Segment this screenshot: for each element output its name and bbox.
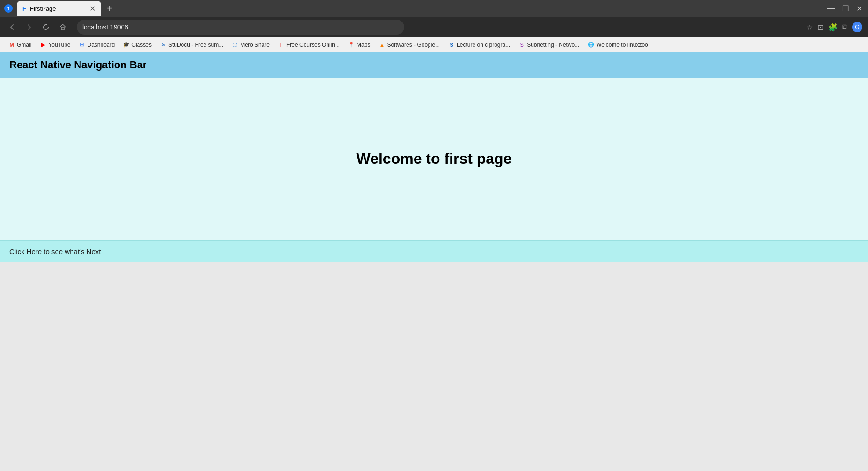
bookmark-label: Dashboard (88, 42, 115, 48)
bookmark-classes[interactable]: 🎓 Classes (119, 41, 155, 49)
classes-icon: 🎓 (123, 42, 130, 48)
browser-favicon: f (4, 4, 13, 13)
app-body: Welcome to first page (0, 78, 868, 240)
app-footer-link[interactable]: Click Here to see what's Next (0, 240, 868, 262)
bookmark-lecture[interactable]: S Lecture on c progra... (445, 41, 514, 49)
bookmark-meroshare[interactable]: ⬡ Mero Share (228, 41, 273, 49)
bookmark-label: Gmail (17, 42, 31, 48)
bookmark-star-icon[interactable]: ☆ (806, 23, 813, 32)
svg-text:f: f (7, 6, 9, 11)
bookmark-label: Lecture on c progra... (457, 42, 510, 48)
address-bar: ☆ ⊡ 🧩 ⧉ G (0, 17, 868, 37)
meroshare-icon: ⬡ (232, 42, 238, 48)
browser-window: f F FirstPage ✕ + — ❒ ✕ (0, 0, 868, 471)
bookmark-freecourses[interactable]: F Free Courses Onlin... (274, 41, 343, 49)
page-content: React Native Navigation Bar Welcome to f… (0, 52, 868, 262)
address-input-wrap[interactable] (77, 20, 404, 35)
bookmark-label: Mero Share (240, 42, 270, 48)
new-tab-button[interactable]: + (103, 2, 116, 15)
app-header: React Native Navigation Bar (0, 52, 868, 78)
bookmark-dashboard[interactable]: ⊞ Dashboard (75, 41, 119, 49)
bookmark-subnetting[interactable]: S Subnetting - Netwo... (515, 41, 583, 49)
bookmark-linuxzoo[interactable]: 🌐 Welcome to linuxzoo (584, 41, 652, 49)
bookmark-label: YouTube (48, 42, 70, 48)
bookmark-label: StuDocu - Free sum... (168, 42, 223, 48)
bookmark-youtube[interactable]: ▶ YouTube (36, 41, 74, 49)
lecture-icon: S (448, 42, 455, 48)
home-button[interactable] (56, 21, 69, 34)
tab-favicon: F (22, 5, 26, 12)
footer-link-text: Click Here to see what's Next (9, 247, 101, 255)
bookmarks-bar: M Gmail ▶ YouTube ⊞ Dashboard 🎓 Classes … (0, 37, 868, 52)
bookmark-gmail[interactable]: M Gmail (5, 41, 35, 49)
freecourses-icon: F (278, 42, 284, 48)
back-button[interactable] (6, 21, 19, 34)
extensions-icon[interactable]: 🧩 (828, 23, 838, 32)
subnetting-icon: S (518, 42, 525, 48)
linuxzoo-icon: 🌐 (588, 42, 594, 48)
maps-icon: 📍 (348, 42, 355, 48)
url-input[interactable] (82, 23, 399, 31)
window-controls: — ❒ ✕ (825, 2, 864, 15)
screen-cast-icon[interactable]: ⊡ (817, 23, 824, 32)
below-page-area (0, 262, 868, 471)
youtube-icon: ▶ (40, 42, 46, 48)
restore-button[interactable]: ❒ (840, 2, 851, 15)
svg-rect-3 (61, 27, 64, 30)
bookmark-softwares[interactable]: ▲ Softwares - Google... (375, 41, 444, 49)
softwares-icon: ▲ (379, 42, 385, 48)
tab-bar: f F FirstPage ✕ + — ❒ ✕ (0, 0, 868, 17)
bookmark-label: Free Courses Onlin... (286, 42, 340, 48)
bookmark-label: Subnetting - Netwo... (527, 42, 579, 48)
profile-avatar[interactable]: G (852, 22, 862, 32)
gmail-icon: M (8, 42, 15, 48)
tab-close-button[interactable]: ✕ (89, 4, 95, 13)
bookmark-label: Softwares - Google... (387, 42, 440, 48)
dashboard-icon: ⊞ (79, 42, 86, 48)
studocu-icon: S (160, 42, 167, 48)
tab-title: FirstPage (30, 5, 56, 12)
bookmark-label: Welcome to linuxzoo (596, 42, 648, 48)
active-tab[interactable]: F FirstPage ✕ (17, 1, 101, 16)
bookmark-label: Maps (357, 42, 370, 48)
forward-button[interactable] (22, 21, 36, 34)
bookmark-maps[interactable]: 📍 Maps (344, 41, 374, 49)
welcome-message: Welcome to first page (357, 150, 512, 167)
app-header-title: React Native Navigation Bar (9, 59, 146, 71)
minimize-button[interactable]: — (825, 2, 837, 14)
close-button[interactable]: ✕ (854, 2, 864, 15)
svg-marker-2 (46, 23, 48, 25)
bookmark-label: Classes (131, 42, 152, 48)
toolbar-right: ☆ ⊡ 🧩 ⧉ G (806, 22, 862, 32)
bookmark-studocu[interactable]: S StuDocu - Free sum... (156, 41, 227, 49)
window-split-icon[interactable]: ⧉ (842, 23, 847, 31)
refresh-button[interactable] (39, 21, 52, 34)
